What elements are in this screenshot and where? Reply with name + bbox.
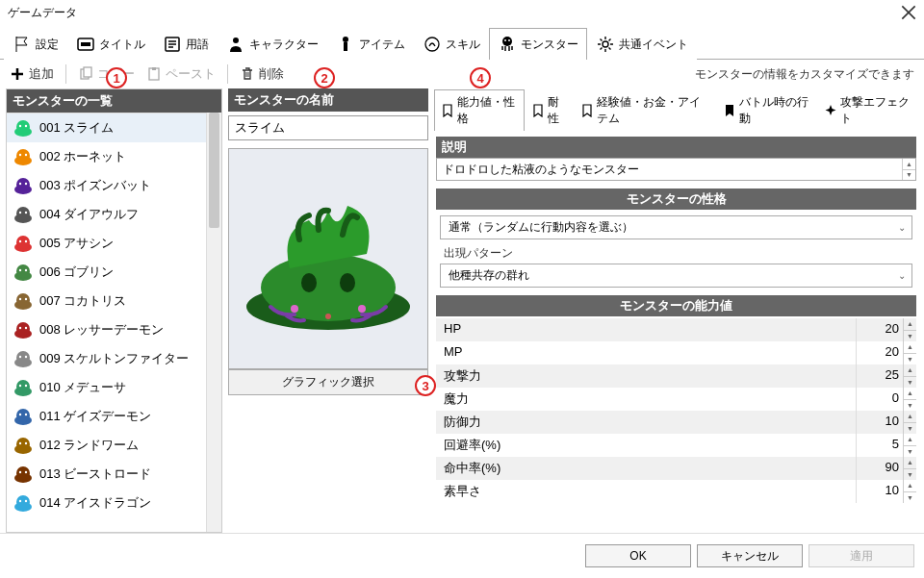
tab-title[interactable]: タイトル: [67, 28, 154, 60]
spin-down-icon[interactable]: ▼: [903, 170, 915, 181]
stat-row: 素早さ10▲▼: [436, 480, 916, 503]
close-icon[interactable]: [901, 5, 916, 20]
toolbar-hint: モンスターの情報をカスタマイズできます: [695, 66, 914, 83]
spin-down-icon[interactable]: ▼: [904, 423, 916, 435]
list-item[interactable]: 009 スケルトンファイター: [7, 344, 206, 373]
svg-point-52: [16, 380, 30, 393]
annotation-badge-2: 2: [314, 67, 335, 88]
tab-character[interactable]: キャラクター: [218, 28, 327, 60]
desc-input[interactable]: ドロドロした粘液のようなモンスター: [437, 159, 902, 180]
stat-value[interactable]: 10: [857, 480, 903, 503]
svg-point-8: [504, 39, 506, 41]
list-item[interactable]: 004 ダイアウルフ: [7, 200, 206, 229]
paste-button[interactable]: ペースト: [146, 65, 216, 83]
tab-item[interactable]: アイテム: [327, 28, 414, 60]
spin-down-icon[interactable]: ▼: [904, 354, 916, 365]
monster-name-field[interactable]: スライム: [228, 115, 428, 140]
stat-value[interactable]: 25: [857, 364, 903, 388]
svg-point-40: [16, 293, 30, 307]
stat-spinner[interactable]: ▲▼: [903, 341, 916, 364]
stat-value[interactable]: 20: [857, 341, 903, 364]
svg-point-22: [25, 154, 27, 156]
tab-terms[interactable]: 用語: [154, 28, 218, 60]
list-item[interactable]: 014 アイスドラゴン: [7, 489, 206, 517]
main-tabs: 設定 タイトル 用語 キャラクター アイテム スキル モンスター 共通イベント: [0, 25, 924, 60]
add-button[interactable]: 追加: [10, 65, 54, 83]
stat-spinner[interactable]: ▲▼: [903, 434, 916, 457]
section-stats: モンスターの能力値 HP20▲▼MP20▲▼攻撃力25▲▼魔力0▲▼防御力10▲…: [436, 295, 916, 503]
gear-icon: [596, 35, 615, 54]
stat-row: HP20▲▼: [436, 318, 916, 341]
subtab-battle[interactable]: バトル時の行動: [716, 89, 817, 131]
scrollbar[interactable]: [206, 113, 221, 532]
spin-up-icon[interactable]: ▲: [904, 480, 916, 492]
list-item[interactable]: 001 スライム: [7, 113, 206, 142]
tab-settings[interactable]: 設定: [4, 28, 67, 60]
list-item[interactable]: 002 ホーネット: [7, 142, 206, 171]
subtab-resist[interactable]: 耐性: [525, 89, 574, 131]
subtab-exp[interactable]: 経験値・お金・アイテム: [574, 89, 716, 131]
svg-point-49: [19, 356, 21, 358]
desc-spinner[interactable]: ▲▼: [902, 159, 915, 180]
stat-value[interactable]: 20: [857, 318, 903, 341]
spin-up-icon[interactable]: ▲: [904, 411, 916, 423]
svg-point-75: [291, 305, 298, 313]
spin-down-icon[interactable]: ▼: [904, 492, 916, 504]
stat-value[interactable]: 0: [857, 388, 903, 411]
behavior-select[interactable]: 通常（ランダムに行動内容を選ぶ） ⌄: [440, 215, 912, 239]
spin-down-icon[interactable]: ▼: [904, 331, 916, 342]
spin-up-icon[interactable]: ▲: [904, 457, 916, 469]
stat-spinner[interactable]: ▲▼: [903, 457, 916, 480]
list-item[interactable]: 008 レッサーデーモン: [7, 315, 206, 344]
monster-list[interactable]: 001 スライム002 ホーネット003 ポイズンバット004 ダイアウルフ00…: [7, 113, 206, 532]
ok-button[interactable]: OK: [585, 544, 691, 567]
slime-graphic: [232, 177, 424, 340]
monster-graphic-preview[interactable]: [228, 148, 428, 369]
list-item[interactable]: 003 ポイズンバット: [7, 171, 206, 200]
list-item[interactable]: 010 メデューサ: [7, 373, 206, 402]
list-item[interactable]: 006 ゴブリン: [7, 258, 206, 287]
spin-up-icon[interactable]: ▲: [904, 364, 916, 377]
spin-down-icon[interactable]: ▼: [904, 400, 916, 412]
delete-button[interactable]: 削除: [240, 65, 284, 83]
stat-label: 攻撃力: [436, 364, 856, 388]
list-item[interactable]: 012 ランドワーム: [7, 431, 206, 460]
spin-up-icon[interactable]: ▲: [904, 341, 916, 354]
svg-point-42: [25, 298, 27, 300]
spin-up-icon[interactable]: ▲: [904, 318, 916, 331]
stat-value[interactable]: 90: [857, 457, 903, 480]
svg-point-64: [16, 466, 30, 480]
list-item[interactable]: 011 ゲイズデーモン: [7, 402, 206, 431]
toolbar: 追加 コピー ペースト 削除 モンスターの情報をカスタマイズできます: [0, 60, 924, 88]
stat-spinner[interactable]: ▲▼: [903, 480, 916, 503]
list-item[interactable]: 007 コカトリス: [7, 287, 206, 315]
stat-spinner[interactable]: ▲▼: [903, 388, 916, 411]
stat-value[interactable]: 5: [857, 434, 903, 457]
stat-spinner[interactable]: ▲▼: [903, 411, 916, 434]
pattern-select[interactable]: 他種共存の群れ ⌄: [440, 264, 912, 288]
cancel-button[interactable]: キャンセル: [697, 544, 803, 567]
subtab-stats[interactable]: 能力値・性格: [434, 89, 525, 131]
tab-monster[interactable]: モンスター: [489, 28, 587, 60]
stat-value[interactable]: 10: [857, 411, 903, 434]
apply-button[interactable]: 適用: [808, 544, 914, 567]
stat-row: MP20▲▼: [436, 341, 916, 364]
spin-up-icon[interactable]: ▲: [904, 434, 916, 446]
stat-spinner[interactable]: ▲▼: [903, 364, 916, 388]
svg-point-69: [19, 500, 21, 502]
tab-skill[interactable]: スキル: [414, 28, 489, 60]
list-item[interactable]: 013 ビーストロード: [7, 460, 206, 489]
spin-down-icon[interactable]: ▼: [904, 377, 916, 389]
spin-up-icon[interactable]: ▲: [903, 159, 915, 170]
list-item-label: 013 ビーストロード: [39, 465, 151, 483]
subtab-effect[interactable]: 攻撃エフェクト: [817, 89, 918, 131]
annotation-badge-3: 3: [415, 375, 436, 396]
graphic-select-button[interactable]: グラフィック選択: [228, 369, 428, 395]
scrollbar-thumb[interactable]: [209, 113, 219, 228]
stat-spinner[interactable]: ▲▼: [903, 318, 916, 341]
spin-down-icon[interactable]: ▼: [904, 446, 916, 458]
spin-up-icon[interactable]: ▲: [904, 388, 916, 400]
list-item[interactable]: 005 アサシン: [7, 229, 206, 258]
tab-common-event[interactable]: 共通イベント: [587, 28, 697, 60]
spin-down-icon[interactable]: ▼: [904, 469, 916, 481]
